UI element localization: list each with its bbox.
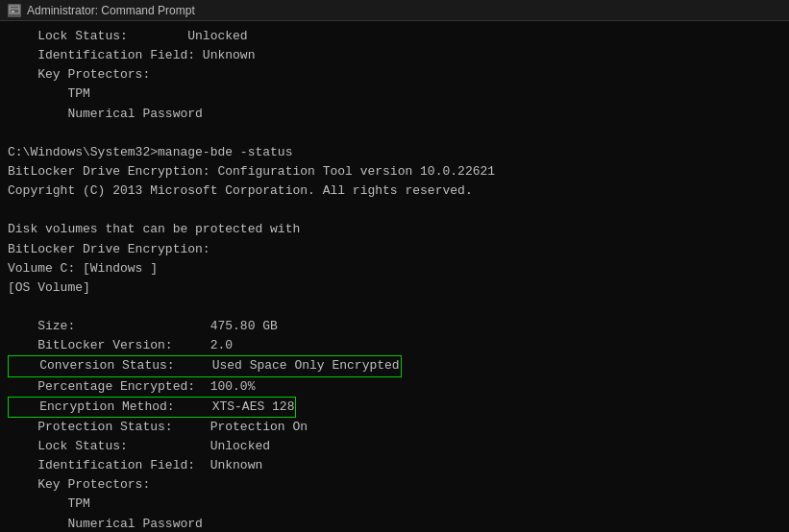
line-key-protectors-top: Key Protectors: bbox=[8, 65, 781, 85]
line-disk-volumes: Disk volumes that can be protected with bbox=[8, 220, 781, 239]
conversion-status-highlight: Conversion Status: Used Space Only Encry… bbox=[8, 355, 402, 376]
line-lock-status-bottom: Lock Status: Unlocked bbox=[8, 437, 781, 456]
title-bar: Administrator: Command Prompt bbox=[0, 0, 789, 21]
line-conversion-status: Conversion Status: Used Space Only Encry… bbox=[8, 355, 781, 376]
line-lock-status-top: Lock Status: Unlocked bbox=[8, 27, 781, 46]
line-copyright: Copyright (C) 2013 Microsoft Corporation… bbox=[8, 181, 781, 201]
line-blank3 bbox=[8, 298, 781, 317]
line-bitlocker-drive: BitLocker Drive Encryption: bbox=[8, 240, 781, 259]
line-command: C:\Windows\System32>manage-bde -status bbox=[8, 143, 781, 162]
line-num-pass-bottom: Numerical Password bbox=[8, 515, 781, 532]
title-bar-icon bbox=[8, 4, 21, 17]
line-blank1 bbox=[8, 124, 781, 143]
line-id-field-bottom: Identification Field: Unknown bbox=[8, 456, 781, 475]
line-protection-status: Protection Status: Protection On bbox=[8, 418, 781, 437]
line-tpm-bottom: TPM bbox=[8, 495, 781, 514]
encryption-method-highlight: Encryption Method: XTS-AES 128 bbox=[8, 397, 296, 418]
line-tpm-top: TPM bbox=[8, 85, 781, 104]
line-encryption-method: Encryption Method: XTS-AES 128 bbox=[8, 397, 781, 418]
line-volume-c: Volume C: [Windows ] bbox=[8, 259, 781, 278]
line-num-pass-top: Numerical Password bbox=[8, 105, 781, 124]
line-bitlocker-header: BitLocker Drive Encryption: Configuratio… bbox=[8, 162, 781, 181]
line-os-volume: [OS Volume] bbox=[8, 278, 781, 298]
line-key-protectors-bottom: Key Protectors: bbox=[8, 475, 781, 495]
line-bitlocker-version: BitLocker Version: 2.0 bbox=[8, 336, 781, 355]
line-percentage: Percentage Encrypted: 100.0% bbox=[8, 377, 781, 397]
title-bar-text: Administrator: Command Prompt bbox=[27, 4, 195, 17]
terminal: Lock Status: Unlocked Identification Fie… bbox=[0, 21, 789, 532]
line-id-field-top: Identification Field: Unknown bbox=[8, 46, 781, 65]
svg-rect-2 bbox=[12, 11, 14, 12]
line-size: Size: 475.80 GB bbox=[8, 317, 781, 336]
line-blank2 bbox=[8, 201, 781, 220]
